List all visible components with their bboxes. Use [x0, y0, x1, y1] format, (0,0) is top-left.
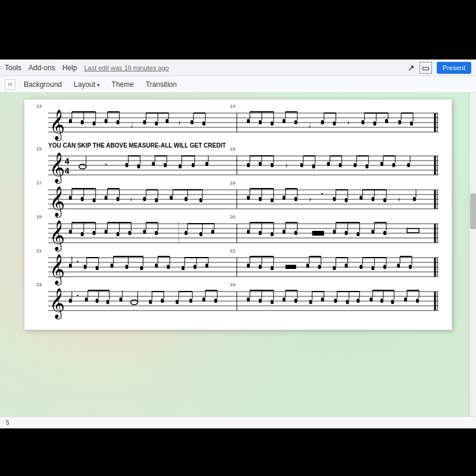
svg-rect-308 [371, 266, 374, 270]
svg-rect-143 [105, 196, 108, 200]
svg-rect-248 [383, 231, 386, 235]
annotation-text: YOU CAN SKIP THE ABOVE MEASURE-ALL WILL … [36, 142, 440, 149]
svg-rect-58 [385, 119, 388, 123]
svg-rect-241 [345, 231, 347, 235]
svg-rect-107 [312, 164, 315, 168]
svg-rect-373 [334, 299, 337, 303]
svg-rect-281 [181, 266, 184, 270]
svg-rect-156 [184, 197, 187, 201]
svg-rect-82 [137, 164, 140, 168]
svg-rect-87 [164, 163, 167, 167]
svg-rect-283 [193, 265, 196, 269]
measure-number-18: 18 [230, 180, 235, 186]
svg-rect-115 [353, 163, 356, 167]
staff-svg-2: 𝄞 4 4 𝄼 [36, 151, 440, 178]
theme-button[interactable]: Theme [108, 79, 137, 90]
svg-rect-356 [247, 298, 250, 302]
measure-number-17: 17 [36, 180, 42, 186]
svg-rect-32 [202, 121, 205, 126]
last-edit-label: Last edit was 16 minutes ago [84, 64, 168, 71]
page-indicator: 5 [6, 419, 10, 426]
menu-tools[interactable]: Tools [5, 64, 21, 72]
svg-rect-95 [205, 162, 208, 166]
svg-rect-61 [398, 120, 401, 124]
svg-rect-184 [383, 198, 386, 202]
menu-help[interactable]: Help [62, 64, 77, 72]
svg-rect-48 [321, 120, 324, 124]
svg-rect-182 [371, 197, 374, 201]
svg-rect-161 [247, 196, 250, 200]
svg-rect-122 [392, 163, 395, 167]
svg-rect-177 [345, 198, 347, 202]
svg-text:𝄽: 𝄽 [178, 121, 180, 125]
svg-rect-165 [271, 198, 274, 202]
measure-number-13: 13 [36, 104, 42, 109]
scrollbar-thumb[interactable] [470, 193, 476, 229]
measure-number-23: 23 [36, 282, 42, 287]
svg-text:𝄞: 𝄞 [49, 220, 65, 252]
svg-rect-105 [300, 163, 303, 167]
svg-text:♩: ♩ [130, 122, 133, 129]
svg-rect-92 [192, 163, 195, 167]
svg-rect-295 [286, 265, 296, 269]
svg-rect-303 [345, 264, 347, 268]
layout-button[interactable]: Layout [70, 79, 104, 90]
svg-rect-228 [259, 231, 262, 235]
svg-rect-219 [184, 231, 187, 235]
svg-text:𝄞: 𝄞 [49, 288, 65, 320]
svg-rect-138 [81, 197, 84, 201]
staff-svg-3: 𝄞 [36, 185, 440, 212]
svg-rect-120 [380, 162, 383, 166]
svg-rect-42 [283, 119, 286, 123]
svg-rect-330 [85, 298, 88, 302]
svg-rect-110 [327, 162, 330, 166]
svg-rect-210 [129, 231, 131, 235]
svg-rect-353 [214, 299, 217, 303]
svg-rect-276 [155, 264, 158, 268]
measure-number-24: 24 [230, 282, 235, 287]
transition-button[interactable]: Transition [142, 79, 180, 90]
svg-rect-296 [306, 264, 309, 268]
background-button[interactable]: Background [20, 79, 65, 90]
measure-number-21: 21 [36, 248, 42, 253]
svg-rect-163 [259, 197, 262, 201]
svg-text:•: • [77, 292, 79, 299]
svg-rect-112 [339, 163, 342, 167]
present-button[interactable]: Present [437, 62, 471, 74]
svg-rect-380 [369, 298, 372, 302]
svg-rect-26 [165, 119, 168, 123]
svg-rect-251 [407, 228, 419, 233]
svg-text:𝄽: 𝄽 [130, 198, 132, 202]
svg-rect-30 [190, 120, 193, 124]
svg-rect-271 [126, 265, 129, 269]
toolbar: ▭ Background Layout Theme Transition [0, 76, 476, 93]
svg-rect-313 [397, 264, 400, 268]
svg-text:•: • [77, 258, 79, 265]
svg-rect-343 [161, 299, 164, 303]
svg-rect-337 [120, 298, 123, 302]
svg-rect-310 [383, 265, 386, 269]
svg-rect-292 [271, 266, 274, 270]
svg-rect-233 [283, 230, 286, 234]
svg-text:4: 4 [65, 166, 70, 176]
svg-text:4: 4 [65, 156, 70, 166]
svg-rect-22 [143, 120, 146, 124]
scrollbar[interactable] [469, 93, 476, 428]
svg-rect-246 [371, 230, 374, 234]
svg-rect-154 [170, 196, 173, 200]
svg-rect-261 [69, 264, 72, 268]
staff-svg-4: 𝄞 [36, 219, 440, 246]
svg-rect-208 [117, 232, 120, 236]
svg-rect-80 [126, 163, 129, 167]
svg-rect-11 [81, 120, 84, 124]
staff-row-3: 17 18 𝄞 [36, 185, 440, 214]
svg-rect-56 [373, 121, 376, 126]
svg-rect-35 [247, 119, 250, 123]
menu-addons[interactable]: Add-ons [29, 64, 55, 72]
svg-rect-145 [117, 197, 120, 201]
svg-rect-101 [271, 163, 274, 167]
svg-rect-389 [416, 299, 419, 303]
svg-rect-117 [365, 164, 368, 168]
staff-row-1: 13 14 𝄞 [36, 108, 440, 137]
svg-rect-13 [93, 121, 96, 126]
